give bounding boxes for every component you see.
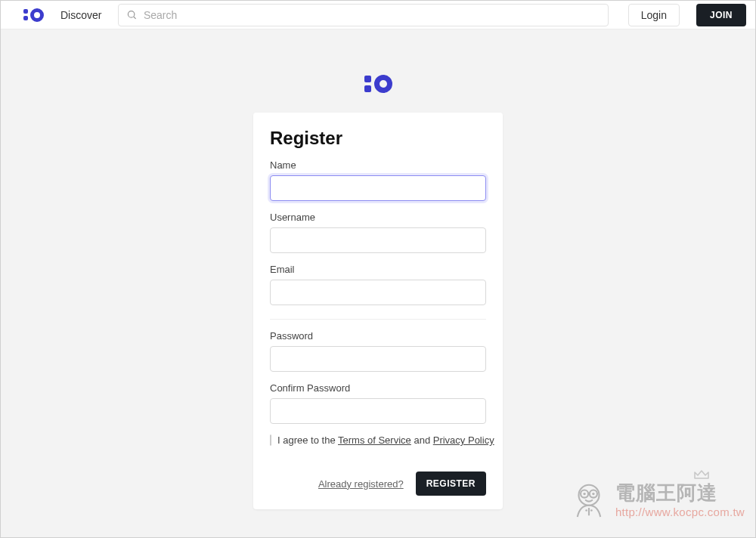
watermark-title: 電腦王阿達 [615,481,745,505]
username-input[interactable] [270,227,486,253]
agree-row: I agree to the Terms of Service and Priv… [270,434,486,446]
page-body: Register Name Username Email Password Co… [1,29,755,538]
password-input[interactable] [270,346,486,372]
name-input[interactable] [270,175,486,201]
section-divider [270,319,486,320]
svg-point-8 [585,509,587,512]
email-label: Email [270,264,486,275]
svg-point-4 [590,490,597,498]
search-input-wrap[interactable] [118,4,608,26]
register-button[interactable]: REGISTER [416,472,486,496]
email-input[interactable] [270,280,486,305]
confirm-password-input[interactable] [270,398,486,424]
svg-point-0 [129,11,135,17]
password-field-wrap: Password [270,330,486,372]
name-label: Name [270,159,486,171]
agree-text: I agree to the Terms of Service and Priv… [277,434,494,446]
discover-link[interactable]: Discover [56,9,106,21]
top-nav: Discover Login JOIN [1,1,755,29]
watermark: 電腦王阿達 http://www.kocpc.com.tw [569,480,745,521]
brand-logo[interactable] [23,8,44,22]
brand-logo-large [364,75,392,93]
actions-row: Already registered? REGISTER [270,472,486,496]
privacy-link[interactable]: Privacy Policy [433,434,494,446]
svg-point-9 [590,509,593,512]
username-field-wrap: Username [270,212,486,253]
username-label: Username [270,212,486,223]
svg-line-1 [134,17,136,19]
name-field-wrap: Name [270,159,486,201]
mascot-icon [569,480,609,521]
join-button[interactable]: JOIN [696,4,746,26]
tos-link[interactable]: Terms of Service [338,434,411,446]
svg-point-7 [592,493,594,495]
already-registered-link[interactable]: Already registered? [318,478,404,490]
email-field-wrap: Email [270,264,486,305]
login-button[interactable]: Login [628,4,680,26]
svg-point-2 [578,485,599,506]
watermark-url: http://www.kocpc.com.tw [615,506,745,519]
svg-point-6 [583,493,585,495]
register-heading: Register [270,128,486,149]
search-icon [126,9,137,20]
confirm-password-field-wrap: Confirm Password [270,382,486,424]
search-input[interactable] [144,9,600,21]
crown-icon [693,469,710,480]
svg-point-3 [581,490,588,498]
agree-checkbox[interactable] [270,434,271,446]
register-card: Register Name Username Email Password Co… [253,113,503,509]
password-label: Password [270,330,486,342]
confirm-password-label: Confirm Password [270,382,486,394]
